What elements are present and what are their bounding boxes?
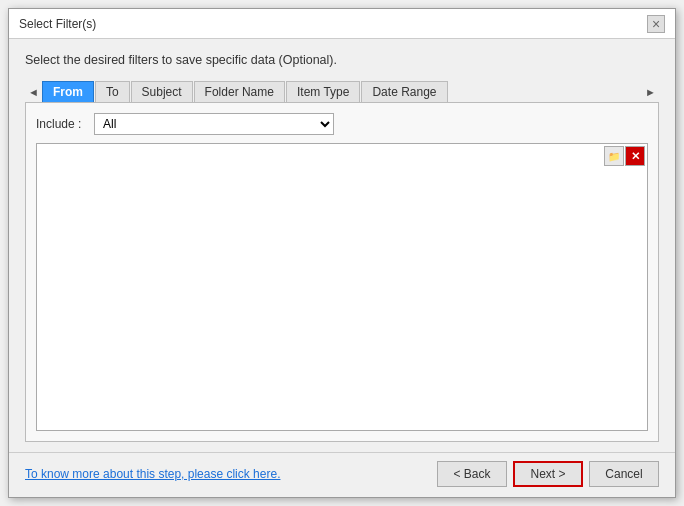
folder-icon: 📁 — [608, 151, 620, 162]
cancel-button[interactable]: Cancel — [589, 461, 659, 487]
tab-to[interactable]: To — [95, 81, 130, 102]
dialog-footer: To know more about this step, please cli… — [9, 452, 675, 497]
instruction-text: Select the desired filters to save speci… — [25, 53, 659, 67]
dialog-title: Select Filter(s) — [19, 17, 96, 31]
include-select[interactable]: All Selected None — [94, 113, 334, 135]
footer-buttons: < Back Next > Cancel — [437, 461, 659, 487]
tab-date-range[interactable]: Date Range — [361, 81, 447, 102]
tab-bar-wrapper: ◄ From To Subject Folder Name Item Type … — [25, 81, 659, 102]
tab-item-type[interactable]: Item Type — [286, 81, 360, 102]
folder-icon-button[interactable]: 📁 — [604, 146, 624, 166]
include-row: Include : All Selected None — [36, 113, 648, 135]
tab-content: Include : All Selected None 📁 ✕ — [25, 102, 659, 442]
tab-subject[interactable]: Subject — [131, 81, 193, 102]
next-button[interactable]: Next > — [513, 461, 583, 487]
tab-folder-name[interactable]: Folder Name — [194, 81, 285, 102]
content-area-icons: 📁 ✕ — [604, 146, 645, 166]
close-icon: ✕ — [631, 150, 640, 163]
include-label: Include : — [36, 117, 86, 131]
tab-left-arrow[interactable]: ◄ — [25, 84, 42, 100]
clear-icon-button[interactable]: ✕ — [625, 146, 645, 166]
help-link[interactable]: To know more about this step, please cli… — [25, 467, 280, 481]
content-area: 📁 ✕ — [36, 143, 648, 431]
select-filters-dialog: Select Filter(s) × Select the desired fi… — [8, 8, 676, 498]
dialog-body: Select the desired filters to save speci… — [9, 39, 675, 452]
tab-right-arrow[interactable]: ► — [642, 84, 659, 100]
back-button[interactable]: < Back — [437, 461, 507, 487]
close-button[interactable]: × — [647, 15, 665, 33]
tabs-container: From To Subject Folder Name Item Type Da… — [42, 81, 642, 102]
title-bar: Select Filter(s) × — [9, 9, 675, 39]
tab-from[interactable]: From — [42, 81, 94, 102]
